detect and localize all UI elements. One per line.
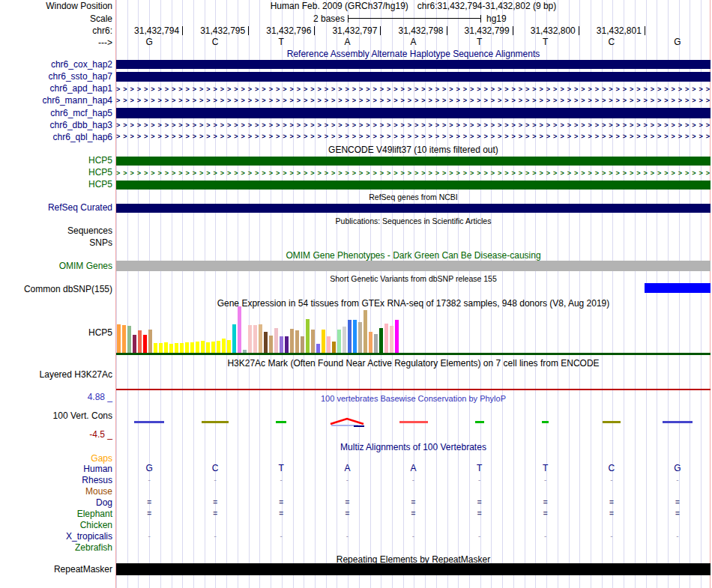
- gtex-tissue-bar-44[interactable]: [348, 320, 352, 353]
- track-label-sequences[interactable]: Sequences: [67, 226, 112, 236]
- gtex-tissue-bar-32[interactable]: [285, 336, 289, 353]
- gtex-tissue-bar-39[interactable]: [322, 330, 325, 353]
- chr6-qbl-hap6-bar[interactable]: >>>>>>>>>>>>>>>>>>>>>>>>>>>>>>>>>>>>>>>>…: [116, 133, 711, 140]
- gtex-tissue-bar-3[interactable]: [133, 335, 136, 353]
- hcp5-exon-bar-1[interactable]: [116, 157, 711, 166]
- track-label-100-vert-cons[interactable]: 100 Vert. Cons: [53, 411, 112, 421]
- gtex-tissue-bar-40[interactable]: [327, 336, 331, 353]
- gtex-tissue-bar-45[interactable]: [353, 320, 357, 353]
- gtex-tissue-bar-51[interactable]: [384, 324, 388, 353]
- track-label-window-position[interactable]: Window Position: [46, 1, 112, 11]
- track-label-hcp5[interactable]: HCP5: [88, 328, 112, 338]
- refseq-curated-bar[interactable]: [116, 204, 711, 213]
- gtex-tissue-bar-23[interactable]: [238, 306, 241, 353]
- gtex-tissue-bar-36[interactable]: [306, 319, 310, 353]
- track-label-common-dbsnp-155[interactable]: Common dbSNP(155): [24, 285, 112, 294]
- gtex-tissue-bar-24[interactable]: [243, 350, 247, 353]
- gtex-tissue-bar-13[interactable]: [185, 342, 189, 353]
- track-label-chr6[interactable]: chr6:: [92, 26, 112, 36]
- gtex-tissue-bar-50[interactable]: [379, 328, 383, 353]
- gtex-tissue-bar-31[interactable]: [280, 336, 283, 353]
- common-dbsnp-bar[interactable]: [645, 283, 711, 293]
- species-label-chicken[interactable]: Chicken: [80, 521, 112, 530]
- gtex-tissue-bar-8[interactable]: [159, 343, 163, 353]
- gtex-tissue-bar-26[interactable]: [253, 325, 257, 353]
- gtex-tissue-bar-43[interactable]: [343, 327, 346, 353]
- track-label-snps[interactable]: SNPs: [89, 238, 112, 248]
- track-label-4-5[interactable]: -4.5 _: [89, 430, 112, 440]
- species-label-dog[interactable]: Dog: [96, 498, 112, 508]
- gtex-tissue-bar-37[interactable]: [311, 330, 315, 353]
- gtex-tissue-bar-42[interactable]: [337, 330, 341, 353]
- gtex-tissue-bar-27[interactable]: [259, 324, 262, 353]
- track-label-omim-genes[interactable]: OMIM Genes: [59, 261, 112, 271]
- chr6-dbb-hap3-bar[interactable]: >>>>>>>>>>>>>>>>>>>>>>>>>>>>>>>>>>>>>>>>…: [116, 121, 711, 129]
- h3k27ac-baseline[interactable]: [116, 389, 711, 390]
- gtex-tissue-bar-11[interactable]: [175, 343, 178, 353]
- track-label-layered-h3k27ac[interactable]: Layered H3K27Ac: [40, 370, 112, 380]
- gtex-tissue-bar-34[interactable]: [295, 330, 299, 353]
- gtex-tissue-bar-21[interactable]: [227, 340, 231, 353]
- gtex-tissue-bar-30[interactable]: [274, 328, 278, 353]
- track-label-chr6-apd-hap1[interactable]: chr6_apd_hap1: [50, 84, 112, 94]
- track-label-chr6-cox-hap2[interactable]: chr6_cox_hap2: [51, 60, 112, 70]
- track-label-chr6-ssto-hap7[interactable]: chr6_ssto_hap7: [49, 72, 112, 82]
- gtex-tissue-bar-10[interactable]: [169, 344, 173, 353]
- species-label-rhesus[interactable]: Rhesus: [82, 476, 112, 485]
- gtex-tissue-bar-20[interactable]: [222, 339, 226, 353]
- hcp5-exon-bar-2[interactable]: [116, 181, 711, 190]
- repeatmasker-bar[interactable]: [116, 563, 711, 575]
- gtex-tissue-bar-22[interactable]: [232, 324, 236, 353]
- chr6-cox-hap2-bar[interactable]: [116, 60, 711, 69]
- gtex-tissue-bar-4[interactable]: [138, 330, 142, 353]
- track-label-item[interactable]: --->: [98, 38, 112, 48]
- track-label-chr6-dbb-hap3[interactable]: chr6_dbb_hap3: [50, 121, 112, 130]
- gtex-tissue-bar-18[interactable]: [211, 342, 215, 353]
- hcp5-intron-arrows[interactable]: >>>>>>>>>>>>>>>>>>>>>>>>>>>>>>>>>>>>>>>>…: [116, 169, 711, 177]
- gtex-tissue-bar-14[interactable]: [190, 342, 194, 353]
- chr6-mcf-hap5-bar[interactable]: [116, 108, 711, 118]
- gtex-tissue-bar-53[interactable]: [395, 320, 399, 353]
- gtex-tissue-bar-25[interactable]: [248, 325, 252, 353]
- track-label-hcp5[interactable]: HCP5: [88, 156, 112, 166]
- gtex-tissue-bar-41[interactable]: [332, 342, 336, 353]
- gtex-tissue-bar-49[interactable]: [374, 334, 378, 353]
- species-label-mouse[interactable]: Mouse: [85, 487, 112, 497]
- omim-genes-bar[interactable]: [116, 261, 711, 271]
- gtex-tissue-bar-1[interactable]: [122, 325, 126, 353]
- gtex-tissue-bar-46[interactable]: [358, 322, 362, 353]
- gtex-tissue-bar-15[interactable]: [196, 342, 199, 353]
- gtex-tissue-bar-35[interactable]: [301, 336, 304, 353]
- gtex-tissue-bar-6[interactable]: [148, 330, 152, 353]
- species-label-human[interactable]: Human: [83, 464, 112, 474]
- gtex-tissue-bar-28[interactable]: [264, 332, 268, 353]
- gtex-tissue-bar-5[interactable]: [143, 335, 147, 353]
- species-label-gaps[interactable]: Gaps: [91, 454, 112, 464]
- gtex-tissue-bar-48[interactable]: [369, 332, 372, 353]
- track-label-chr6-qbl-hap6[interactable]: chr6_qbl_hap6: [53, 133, 112, 142]
- track-label-hcp5[interactable]: HCP5: [88, 180, 112, 190]
- track-label-scale[interactable]: Scale: [90, 14, 112, 24]
- gtex-tissue-bar-0[interactable]: [117, 324, 121, 353]
- gtex-tissue-bar-9[interactable]: [164, 342, 168, 353]
- gtex-tissue-bar-7[interactable]: [154, 343, 157, 353]
- gtex-tissue-bar-16[interactable]: [201, 341, 205, 353]
- gtex-tissue-bar-33[interactable]: [290, 329, 294, 353]
- track-label-repeatmasker[interactable]: RepeatMasker: [54, 565, 112, 575]
- gtex-tissue-bar-29[interactable]: [269, 336, 273, 353]
- gtex-tissue-bar-19[interactable]: [217, 341, 220, 353]
- track-label-chr6-mcf-hap5[interactable]: chr6_mcf_hap5: [50, 109, 112, 118]
- gtex-tissue-bar-38[interactable]: [316, 344, 320, 353]
- species-label-zebrafish[interactable]: Zebrafish: [75, 543, 112, 553]
- track-label-4-88[interactable]: 4.88 _: [88, 392, 112, 402]
- species-label-elephant[interactable]: Elephant: [77, 509, 112, 519]
- species-label-x-tropicalis[interactable]: X_tropicalis: [66, 532, 112, 542]
- gtex-tissue-bar-17[interactable]: [206, 342, 210, 353]
- gtex-tissue-bar-47[interactable]: [363, 310, 367, 353]
- gtex-tissue-bar-2[interactable]: [127, 326, 131, 353]
- gtex-tissue-bar-52[interactable]: [390, 326, 393, 353]
- chr6-apd-hap1-bar[interactable]: >>>>>>>>>>>>>>>>>>>>>>>>>>>>>>>>>>>>>>>>…: [116, 85, 711, 93]
- gtex-baseline[interactable]: [116, 353, 711, 355]
- chr6-mann-hap4-bar[interactable]: >>>>>>>>>>>>>>>>>>>>>>>>>>>>>>>>>>>>>>>>…: [116, 97, 711, 104]
- track-label-chr6-mann-hap4[interactable]: chr6_mann_hap4: [43, 96, 112, 106]
